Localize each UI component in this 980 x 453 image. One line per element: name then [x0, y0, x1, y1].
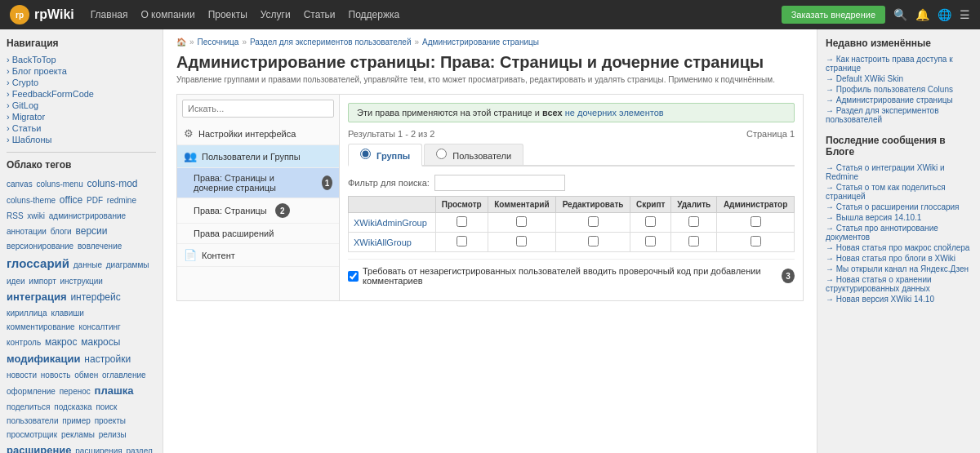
tag-pdf[interactable]: PDF: [87, 196, 103, 205]
tag-exchange[interactable]: обмен: [74, 371, 98, 380]
blog-item-1[interactable]: Статья о интеграции XWiki и Redmine: [826, 162, 972, 182]
tab-groups-radio[interactable]: [360, 149, 371, 159]
admin-menu-content[interactable]: 📄 Контент: [177, 244, 339, 267]
tag-cyrillic[interactable]: кириллица: [7, 309, 47, 318]
admin-menu-extensions[interactable]: Права расширений: [177, 224, 339, 244]
menu-services[interactable]: Услуги: [261, 9, 291, 20]
recent-item-3[interactable]: Профиль пользователя Coluns: [826, 84, 972, 95]
tag-news[interactable]: новости: [7, 371, 37, 380]
menu-projects[interactable]: Проекты: [208, 9, 247, 20]
tag-interface[interactable]: интерфейс: [70, 291, 120, 303]
tag-admin[interactable]: администрирование: [49, 211, 126, 220]
tag-versions[interactable]: версии: [75, 225, 107, 237]
breadcrumb-admin[interactable]: Администрирование страницы: [422, 38, 539, 47]
admin-search-input[interactable]: [182, 100, 334, 118]
tag-coluns-theme[interactable]: coluns-theme: [7, 196, 56, 205]
tab-groups[interactable]: Группы: [348, 144, 422, 167]
tag-users[interactable]: пользователи: [7, 416, 59, 425]
sidebar-item-migrator[interactable]: › Migrator: [7, 111, 156, 122]
tag-example[interactable]: пример: [62, 416, 91, 425]
blog-item-2[interactable]: Статья о том как поделиться страницей: [826, 182, 972, 202]
blog-item-3[interactable]: Статья о расширении глоссария: [826, 202, 972, 212]
tag-consulting[interactable]: консалтинг: [78, 322, 120, 331]
recent-item-5[interactable]: Раздел для экспериментов пользователей: [826, 105, 972, 125]
tag-extensions[interactable]: расширения: [75, 446, 122, 453]
menu-about[interactable]: О компании: [140, 9, 194, 20]
tag-modifications[interactable]: модификации: [7, 353, 81, 365]
tag-hint[interactable]: подсказка: [54, 402, 91, 411]
info-link[interactable]: не дочерних элементов: [565, 108, 664, 118]
tag-keys[interactable]: клавиши: [51, 309, 83, 318]
row2-view[interactable]: [457, 236, 467, 246]
blog-item-8[interactable]: Мы открыли канал на Яндекс.Дзен: [826, 264, 972, 274]
tag-badge[interactable]: плашка: [95, 384, 134, 397]
sidebar-item-feedback[interactable]: › FeedbackFormCode: [7, 88, 156, 100]
tag-annotations[interactable]: аннотации: [7, 227, 47, 236]
captcha-checkbox[interactable]: [348, 271, 359, 282]
language-icon[interactable]: 🌐: [938, 8, 951, 21]
recent-item-2[interactable]: Default XWiki Skin: [826, 73, 972, 84]
admin-menu-settings[interactable]: ⚙ Настройки интерфейса: [177, 122, 339, 145]
sidebar-item-articles[interactable]: › Статьи: [7, 122, 156, 134]
breadcrumb-sandbox[interactable]: Песочница: [198, 38, 239, 47]
row2-edit[interactable]: [588, 236, 599, 246]
tab-users-radio[interactable]: [436, 149, 447, 159]
tag-office[interactable]: office: [60, 194, 82, 206]
row1-view[interactable]: [457, 216, 467, 227]
sidebar-item-backtotop[interactable]: › BackToTop: [7, 54, 156, 65]
tag-blogs[interactable]: блоги: [51, 227, 72, 236]
row1-script[interactable]: [645, 216, 656, 227]
tag-ideas[interactable]: идеи: [7, 277, 25, 286]
menu-icon[interactable]: ☰: [960, 8, 970, 21]
tag-control[interactable]: контроль: [7, 338, 41, 347]
tag-versioning[interactable]: версионирование: [7, 242, 74, 251]
site-logo[interactable]: rp rpWiki: [10, 5, 74, 24]
menu-articles[interactable]: Статьи: [304, 9, 336, 20]
blog-item-4[interactable]: Вышла версия 14.10.1: [826, 212, 972, 223]
menu-home[interactable]: Главная: [91, 9, 128, 20]
row1-comment[interactable]: [516, 216, 527, 227]
tag-toc[interactable]: оглавление: [102, 371, 146, 380]
tag-projects[interactable]: проекты: [95, 416, 126, 425]
tag-macros[interactable]: макросы: [81, 336, 120, 348]
tag-commenting[interactable]: комментирование: [7, 322, 75, 331]
notification-icon[interactable]: 🔔: [915, 8, 929, 21]
row2-script[interactable]: [645, 236, 656, 246]
menu-support[interactable]: Поддержка: [349, 9, 400, 20]
tag-viewer[interactable]: просмотрщик: [7, 430, 57, 439]
blog-item-9[interactable]: Новая статья о хранении структурированны…: [826, 274, 972, 294]
tag-xwiki[interactable]: xwiki: [27, 211, 45, 220]
row1-edit[interactable]: [588, 216, 599, 227]
tag-search[interactable]: поиск: [96, 402, 117, 411]
tag-design[interactable]: оформление: [7, 387, 56, 396]
blog-item-7[interactable]: Новая статья про блоги в XWiki: [826, 253, 972, 264]
tag-settings[interactable]: настройки: [84, 353, 131, 365]
tag-involvement[interactable]: вовлечение: [78, 242, 122, 251]
tag-diagrams[interactable]: диаграммы: [106, 260, 149, 269]
tag-instructions[interactable]: инструкции: [60, 277, 103, 286]
sidebar-item-gitlog[interactable]: › GitLog: [7, 100, 156, 111]
row2-delete[interactable]: [688, 236, 699, 246]
tag-share[interactable]: поделиться: [7, 402, 50, 411]
sidebar-item-blog[interactable]: › Блог проекта: [7, 65, 156, 77]
tag-coluns-mod[interactable]: coluns-mod: [87, 178, 138, 189]
sidebar-item-templates[interactable]: › Шаблоны: [7, 134, 156, 145]
blog-item-5[interactable]: Статья про аннотирование документов: [826, 223, 972, 242]
admin-menu-pages-sub[interactable]: Права: Страницы и дочерние страницы 1: [177, 168, 339, 198]
row2-name[interactable]: XWikiAllGroup: [354, 238, 412, 247]
tag-releases[interactable]: релизы: [99, 430, 127, 439]
tag-integration[interactable]: интеграция: [7, 291, 67, 303]
tag-rss[interactable]: RSS: [7, 211, 24, 220]
order-button[interactable]: Заказать внедрение: [782, 6, 885, 24]
tag-import[interactable]: импорт: [29, 277, 56, 286]
tag-redmine[interactable]: redmine: [107, 196, 136, 205]
blog-item-6[interactable]: Новая статья про макрос спойлера: [826, 242, 972, 253]
row2-comment[interactable]: [516, 236, 527, 246]
search-icon[interactable]: 🔍: [893, 8, 907, 21]
tag-macro[interactable]: макрос: [45, 336, 78, 348]
home-icon[interactable]: 🏠: [176, 38, 186, 47]
tag-coluns-menu[interactable]: coluns-menu: [36, 180, 82, 189]
tag-migration[interactable]: перенос: [60, 387, 91, 396]
recent-item-4[interactable]: Администрирование страницы: [826, 95, 972, 105]
admin-menu-users-groups[interactable]: 👥 Пользователи и Группы: [177, 145, 339, 168]
